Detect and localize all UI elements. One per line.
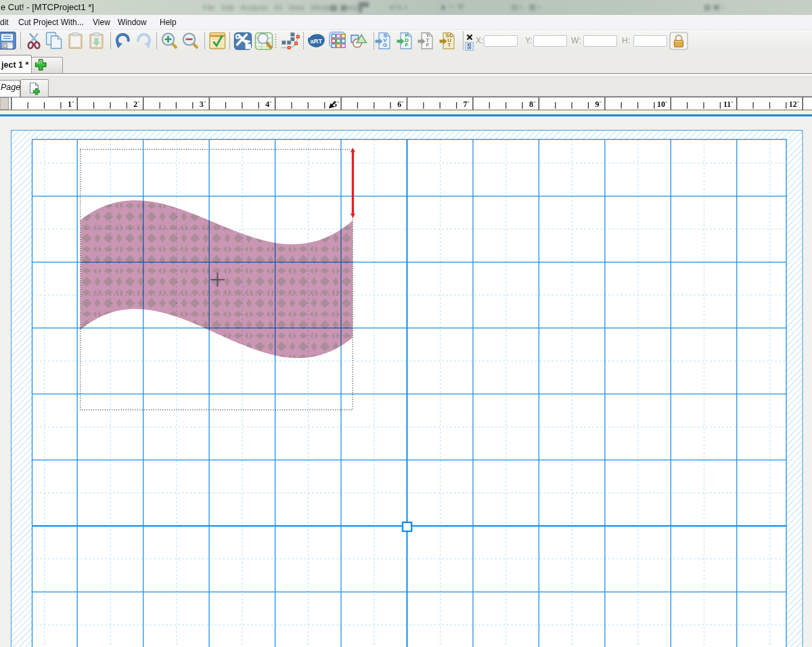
svg-text:5″: 5″	[333, 99, 340, 109]
svg-text:2″: 2″	[133, 99, 140, 109]
svg-text:G: G	[383, 42, 387, 48]
svg-text:F: F	[426, 42, 430, 48]
svg-text:10″: 10″	[657, 99, 668, 109]
svg-text:F: F	[405, 42, 409, 48]
svg-text:1″: 1″	[68, 99, 74, 109]
svg-text:8″: 8″	[529, 99, 536, 109]
svg-text:12″: 12″	[789, 99, 800, 109]
svg-text:11″: 11″	[723, 99, 734, 109]
svg-text:3″: 3″	[200, 99, 206, 109]
svg-text:T: T	[448, 42, 451, 48]
svg-text:7″: 7″	[464, 99, 470, 109]
svg-text:aRT: aRT	[310, 37, 322, 45]
svg-text:6″: 6″	[397, 99, 404, 109]
svg-text:4″: 4″	[265, 99, 272, 109]
svg-text:9″: 9″	[595, 99, 602, 109]
svg-text:S5: S5	[466, 43, 472, 49]
